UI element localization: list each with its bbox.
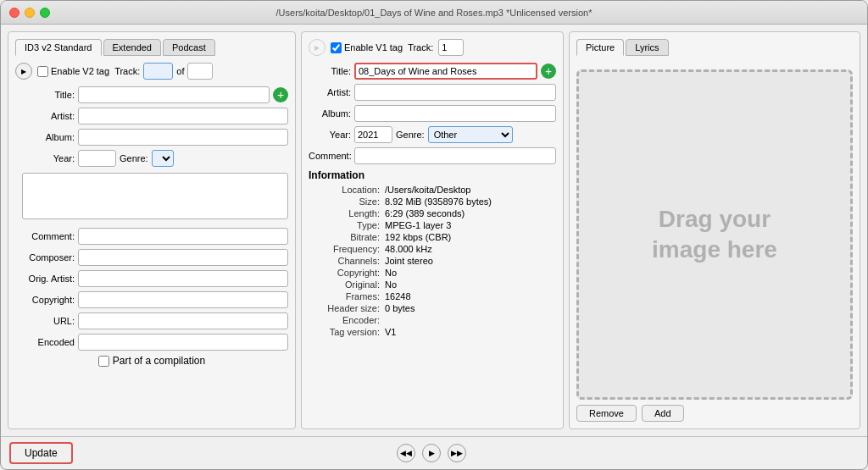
v1-genre-select[interactable]: Other xyxy=(428,126,513,143)
v1-track-input[interactable] xyxy=(438,39,464,56)
right-tabs: Picture Lyrics xyxy=(576,39,853,56)
info-row: Encoder: xyxy=(309,315,556,325)
right-panel: Picture Lyrics Drag yourimage here Remov… xyxy=(569,31,860,429)
info-val: No xyxy=(385,279,397,290)
rewind-button[interactable]: ◀◀ xyxy=(397,444,415,462)
title-add-button[interactable]: + xyxy=(273,87,288,102)
orig-artist-label: Orig. Artist: xyxy=(15,274,75,284)
v1-title-label: Title: xyxy=(309,66,351,76)
genre-label: Genre: xyxy=(120,153,148,163)
v1-year-genre-row: Year: Genre: Other xyxy=(309,126,556,143)
url-label: URL: xyxy=(15,316,75,326)
tab-lyrics[interactable]: Lyrics xyxy=(626,39,668,56)
genre-select[interactable] xyxy=(152,150,174,167)
picture-drop-area[interactable]: Drag yourimage here xyxy=(576,69,853,400)
copyright-input[interactable] xyxy=(78,291,288,308)
v1-play-button[interactable]: ▶ xyxy=(309,39,326,56)
info-val: 0 bytes xyxy=(385,303,415,313)
compilation-checkbox[interactable] xyxy=(98,356,109,367)
tab-podcast[interactable]: Podcast xyxy=(163,39,215,56)
info-key: Location: xyxy=(309,185,385,195)
encoded-input[interactable] xyxy=(78,334,288,351)
info-key: Length: xyxy=(309,208,385,218)
comment-textarea-v2[interactable] xyxy=(22,173,288,219)
info-val: 192 kbps (CBR) xyxy=(385,232,451,242)
info-row: Length:6:29 (389 seconds) xyxy=(309,208,556,218)
v1-comment-label: Comment: xyxy=(309,151,351,161)
title-input[interactable] xyxy=(78,86,270,103)
update-button[interactable]: Update xyxy=(9,442,73,464)
v1-title-add-button[interactable]: + xyxy=(541,64,556,79)
v1-artist-row: Artist: xyxy=(309,84,556,101)
artist-label: Artist: xyxy=(15,111,75,121)
remove-picture-button[interactable]: Remove xyxy=(576,405,637,422)
app-window: /Users/koita/Desktop/01_Days of Wine and… xyxy=(0,0,868,470)
info-rows: Location:/Users/koita/DesktopSize:8.92 M… xyxy=(309,185,556,337)
info-section: Information Location:/Users/koita/Deskto… xyxy=(309,169,556,337)
v1-year-input[interactable] xyxy=(354,126,392,143)
info-key: Frames: xyxy=(309,291,385,301)
main-content: ID3 v2 Standard Extended Podcast ▶ Enabl… xyxy=(1,25,867,436)
enable-v2-label[interactable]: Enable V2 tag xyxy=(37,66,109,77)
v1-track-label: Track: xyxy=(408,42,433,53)
v1-album-row: Album: xyxy=(309,105,556,122)
info-key: Header size: xyxy=(309,303,385,313)
track-of-input[interactable] xyxy=(187,63,213,80)
info-row: Bitrate:192 kbps (CBR) xyxy=(309,232,556,242)
v1-artist-input[interactable] xyxy=(354,84,556,101)
album-label: Album: xyxy=(15,132,75,142)
v1-title-input[interactable] xyxy=(354,63,537,80)
compilation-label: Part of a compilation xyxy=(113,355,205,367)
close-button[interactable] xyxy=(9,8,19,18)
v1-genre-label: Genre: xyxy=(396,130,425,140)
tab-id3v2-standard[interactable]: ID3 v2 Standard xyxy=(15,39,102,56)
v1-comment-input[interactable] xyxy=(354,147,556,164)
info-val: No xyxy=(385,268,397,278)
orig-artist-input[interactable] xyxy=(78,270,288,287)
fast-forward-button[interactable]: ▶▶ xyxy=(448,444,466,462)
v2-play-button[interactable]: ▶ xyxy=(15,63,32,80)
copyright-label: Copyright: xyxy=(15,295,75,305)
right-panel-inner: Picture Lyrics Drag yourimage here Remov… xyxy=(576,39,853,422)
year-label: Year: xyxy=(15,153,75,163)
maximize-button[interactable] xyxy=(40,8,50,18)
v1-title-row: Title: + xyxy=(309,63,556,80)
album-input[interactable] xyxy=(78,129,288,146)
minimize-button[interactable] xyxy=(25,8,35,18)
play-button[interactable]: ▶ xyxy=(422,444,441,462)
url-row: URL: xyxy=(15,312,288,329)
encoded-row: Encoded xyxy=(15,334,288,351)
info-key: Size: xyxy=(309,196,385,207)
id3v2-panel: ID3 v2 Standard Extended Podcast ▶ Enabl… xyxy=(8,31,296,429)
url-input[interactable] xyxy=(78,312,288,329)
v1-comment-row: Comment: xyxy=(309,147,556,164)
info-row: Header size:0 bytes xyxy=(309,303,556,313)
info-key: Original: xyxy=(309,279,385,290)
year-input[interactable] xyxy=(78,150,116,167)
enable-v1-checkbox[interactable] xyxy=(331,42,342,53)
artist-input[interactable] xyxy=(78,108,288,124)
info-row: Channels:Joint stereo xyxy=(309,256,556,266)
title-label: Title: xyxy=(15,90,75,100)
title-row: Title: + xyxy=(15,86,288,103)
tab-picture[interactable]: Picture xyxy=(576,39,624,56)
info-row: Copyright:No xyxy=(309,268,556,278)
album-row: Album: xyxy=(15,129,288,146)
info-val: V1 xyxy=(385,327,396,337)
enable-v1-label[interactable]: Enable V1 tag xyxy=(331,42,403,53)
copyright-row: Copyright: xyxy=(15,291,288,308)
v1-year-label: Year: xyxy=(309,130,351,140)
tab-extended[interactable]: Extended xyxy=(103,39,161,56)
composer-input[interactable] xyxy=(78,249,288,266)
add-picture-button[interactable]: Add xyxy=(642,405,684,422)
info-key: Bitrate: xyxy=(309,232,385,242)
composer-row: Composer: xyxy=(15,249,288,266)
titlebar: /Users/koita/Desktop/01_Days of Wine and… xyxy=(1,1,867,25)
comment-input[interactable] xyxy=(78,228,288,245)
enable-v2-checkbox[interactable] xyxy=(37,66,48,77)
comment-textarea-row xyxy=(15,171,288,226)
info-val: 48.000 kHz xyxy=(385,244,432,254)
info-val: MPEG-1 layer 3 xyxy=(385,220,451,230)
track-number-input[interactable] xyxy=(143,63,173,80)
v1-album-input[interactable] xyxy=(354,105,556,122)
